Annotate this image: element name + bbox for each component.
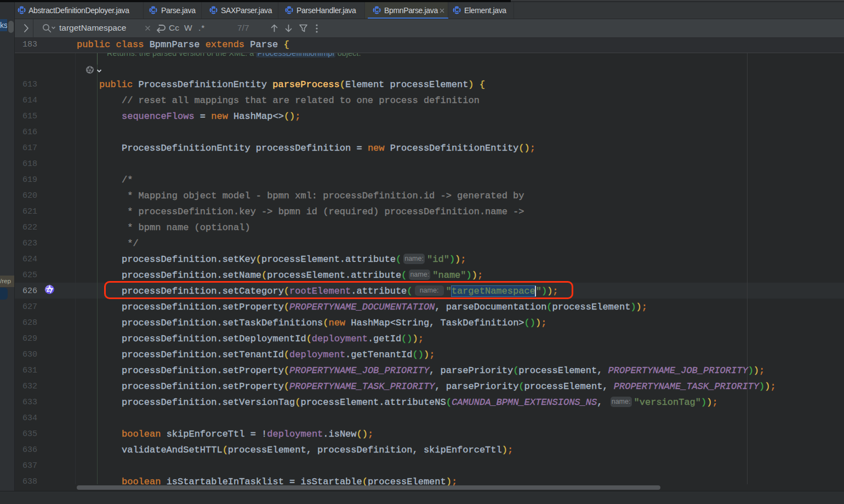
svg-text:C: C: [212, 7, 216, 13]
svg-text:C: C: [287, 7, 292, 13]
svg-text:C: C: [151, 7, 156, 13]
svg-text:C: C: [375, 7, 379, 13]
svg-text:C: C: [455, 7, 459, 13]
svg-text:C: C: [20, 7, 24, 13]
